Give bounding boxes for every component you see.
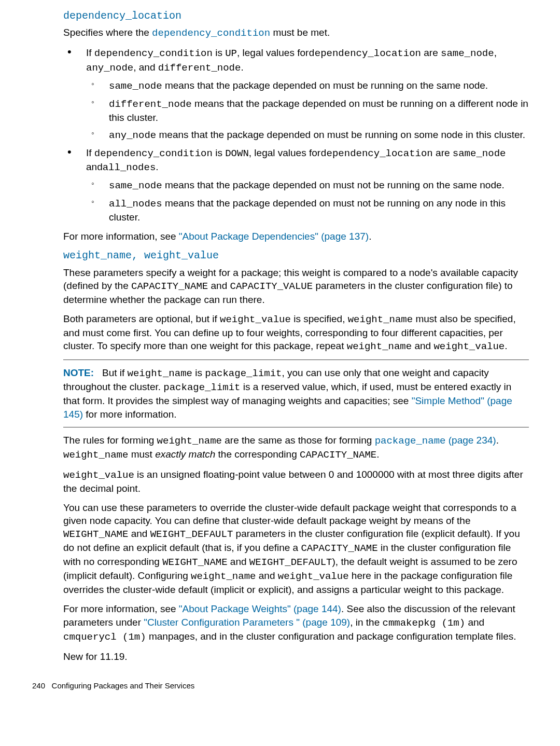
code: any_node xyxy=(86,62,133,74)
text: . xyxy=(156,161,158,172)
weight-p7: New for 11.19. xyxy=(63,650,529,663)
heading-weight: weight_name, weight_value xyxy=(63,249,529,263)
text: and xyxy=(228,556,249,567)
list-item: all_nodes means that the package depende… xyxy=(86,197,529,224)
code: UP xyxy=(225,48,237,59)
code: CAPACITY_NAME xyxy=(300,449,376,461)
text: means that the package depended on must … xyxy=(162,80,488,91)
divider xyxy=(63,427,529,427)
link-weight-value[interactable]: weight_value xyxy=(144,250,219,261)
text: manpages, and in the cluster configurati… xyxy=(146,631,516,642)
list-item: same_node means that the package depende… xyxy=(86,178,529,192)
code: dependency_condition xyxy=(94,48,213,59)
text: and xyxy=(465,617,484,628)
weight-p4: weight_value is an unsigned floating-poi… xyxy=(63,468,529,495)
code: weight_name xyxy=(63,449,128,461)
code: cmquerycl (1m) xyxy=(63,631,146,643)
code: dependency_condition xyxy=(94,148,213,159)
code: weight_value xyxy=(433,341,505,352)
code: dependency_location xyxy=(320,148,433,159)
weight-p5: You can use these parameters to override… xyxy=(63,501,529,597)
more-info-para: For more information, see "About Package… xyxy=(63,230,529,243)
divider xyxy=(63,360,529,360)
text: is specified, xyxy=(291,313,348,324)
code: same_node xyxy=(441,48,494,59)
code: weight_name xyxy=(191,571,256,582)
code: same_node xyxy=(109,80,162,92)
text: . xyxy=(376,449,379,460)
emphasis: exactly match xyxy=(155,449,215,460)
code: same_node xyxy=(453,148,506,159)
text: , in the xyxy=(350,617,382,628)
link-dependency-condition[interactable]: dependency_condition xyxy=(152,27,270,39)
text: But if xyxy=(102,367,128,378)
code: package_limit xyxy=(205,368,282,379)
text: for more information. xyxy=(83,409,177,420)
text: the corresponding xyxy=(215,449,300,460)
text: Specifies where the xyxy=(63,27,152,38)
code: dependency_location xyxy=(309,48,421,59)
intro-para: Specifies where the dependency_condition… xyxy=(63,26,529,40)
code: weight_value xyxy=(278,571,349,582)
text: is xyxy=(213,147,225,158)
text: , xyxy=(132,250,144,261)
list-item: same_node means that the package depende… xyxy=(86,79,529,93)
text: are xyxy=(421,47,441,58)
list-item: any_node means that the package depended… xyxy=(86,128,529,142)
code: cmmakepkg (1m) xyxy=(382,617,465,629)
code: any_node xyxy=(109,130,156,141)
text: are xyxy=(433,147,453,158)
page-number: 240 xyxy=(32,681,45,690)
link-package-name[interactable]: package_name xyxy=(375,435,446,447)
text: You can use these parameters to override… xyxy=(63,502,516,526)
code: WEIGHT_DEFAULT xyxy=(150,529,233,540)
text: . xyxy=(369,231,371,242)
code: weight_value xyxy=(63,469,134,481)
code: package_limit xyxy=(163,382,240,393)
code: different_node xyxy=(109,99,192,110)
weight-p3: The rules for forming weight_name are th… xyxy=(63,434,529,462)
footer-title: Configuring Packages and Their Services xyxy=(52,681,195,690)
text: means that the package depended on must … xyxy=(156,129,525,140)
text: , xyxy=(494,47,497,58)
link-weight-name[interactable]: weight_name xyxy=(63,250,132,261)
list-item: different_node means that the package de… xyxy=(86,97,529,124)
weight-p1: These parameters specify a weight for a … xyxy=(63,266,529,306)
page-footer: 240 Configuring Packages and Their Servi… xyxy=(32,681,529,691)
text: . xyxy=(496,435,499,446)
code: weight_name xyxy=(128,368,192,379)
code: CAPACITY_NAME xyxy=(301,543,377,554)
weight-p2: Both parameters are optional, but if wei… xyxy=(63,312,529,353)
text: and xyxy=(412,340,433,351)
text: If xyxy=(86,147,94,158)
code: weight_value xyxy=(220,314,291,325)
text: and xyxy=(86,161,103,172)
text: must be met. xyxy=(270,27,330,38)
top-bullet-list: If dependency_condition is UP, legal val… xyxy=(63,46,529,224)
text: must xyxy=(128,449,155,460)
code: weight_name xyxy=(348,314,413,325)
list-item: If dependency_condition is DOWN, legal v… xyxy=(63,146,529,224)
code: DOWN xyxy=(225,148,249,159)
link-cluster-config-params[interactable]: "Cluster Configuration Parameters " (pag… xyxy=(144,617,350,628)
code: weight_name xyxy=(347,341,412,352)
link-package-name-page[interactable]: (page 234) xyxy=(445,435,496,446)
code: weight_name xyxy=(157,435,222,447)
code: all_nodes xyxy=(109,198,162,210)
text: The rules for forming xyxy=(63,435,157,446)
sub-bullet-list: same_node means that the package depende… xyxy=(86,79,529,142)
text: Both parameters are optional, but if xyxy=(63,313,220,324)
code: WEIGHT_DEFAULT xyxy=(249,557,332,568)
text: and xyxy=(128,528,150,539)
link-about-dependencies[interactable]: "About Package Dependencies" (page 137) xyxy=(179,231,369,242)
note-label: NOTE: xyxy=(63,367,94,378)
link-about-weights[interactable]: "About Package Weights" (page 144) xyxy=(179,603,341,614)
code: different_node xyxy=(158,62,241,74)
code: all_nodes xyxy=(103,162,156,173)
sub-bullet-list: same_node means that the package depende… xyxy=(86,178,529,224)
code: same_node xyxy=(109,180,162,191)
code: CAPACITY_NAME xyxy=(131,281,208,292)
text: is xyxy=(213,47,225,58)
code: WEIGHT_NAME xyxy=(162,557,227,568)
note-block: NOTE: But if weight_name is package_limi… xyxy=(63,366,529,420)
